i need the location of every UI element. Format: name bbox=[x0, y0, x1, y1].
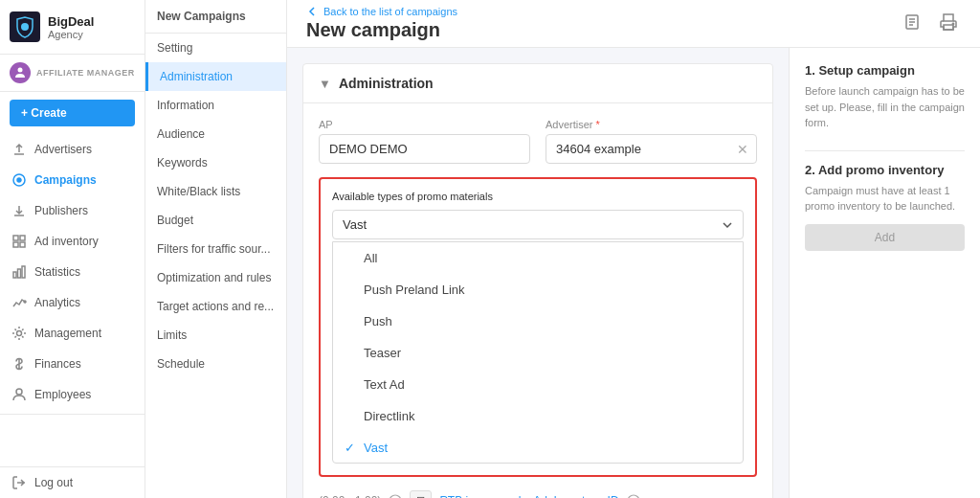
svg-rect-16 bbox=[944, 14, 953, 21]
upload-icon bbox=[11, 142, 27, 157]
document-icon-button[interactable] bbox=[900, 10, 924, 37]
sidebar-item-statistics[interactable]: Statistics bbox=[0, 257, 145, 287]
svg-point-2 bbox=[18, 68, 23, 73]
sidebar-item-ad-inventory[interactable]: Ad inventory bbox=[0, 226, 145, 257]
logout-button[interactable]: Log out bbox=[0, 466, 145, 498]
rtb-link[interactable]: RTB insurance by Ad_Inventory_ID bbox=[439, 494, 618, 499]
step1-block: 1. Setup campaign Before launch campaign… bbox=[805, 63, 965, 131]
svg-rect-8 bbox=[20, 242, 25, 247]
svg-point-13 bbox=[17, 331, 22, 336]
ap-group: AP bbox=[319, 119, 530, 164]
print-icon bbox=[940, 13, 957, 31]
advertiser-input[interactable] bbox=[546, 135, 729, 163]
card-body: AP Advertiser * ✕ Available types bbox=[303, 103, 772, 498]
sub-nav-limits[interactable]: Limits bbox=[145, 321, 286, 350]
dropdown-option-all[interactable]: All bbox=[333, 242, 743, 274]
main-content: Back to the list of campaigns New campai… bbox=[287, 0, 980, 498]
main-header: Back to the list of campaigns New campai… bbox=[287, 0, 980, 48]
sidebar-label-finances: Finances bbox=[34, 357, 81, 371]
page-title: New campaign bbox=[306, 19, 457, 41]
logout-icon bbox=[11, 475, 27, 490]
bar-chart-icon bbox=[11, 264, 27, 280]
logo-icon bbox=[10, 11, 40, 42]
dropdown-option-directlink[interactable]: Directlink bbox=[333, 400, 743, 432]
card-header[interactable]: ▼ Administration bbox=[303, 64, 772, 103]
step2-title: 2. Add promo inventory bbox=[805, 163, 965, 177]
add-promo-button[interactable]: Add bbox=[805, 224, 965, 251]
campaigns-icon bbox=[11, 172, 27, 188]
download-icon bbox=[11, 203, 27, 218]
sidebar-label-analytics: Analytics bbox=[34, 296, 80, 309]
dropdown-option-teaser[interactable]: Teaser bbox=[333, 337, 743, 369]
create-button[interactable]: + Create bbox=[10, 100, 135, 126]
ap-input[interactable] bbox=[319, 134, 530, 164]
step-divider bbox=[805, 150, 965, 151]
sidebar-item-analytics[interactable]: Analytics bbox=[0, 287, 145, 318]
affiliate-badge: AFFILIATE MANAGER bbox=[0, 55, 145, 92]
svg-point-1 bbox=[21, 23, 29, 31]
breadcrumb-back-link[interactable]: Back to the list of campaigns bbox=[323, 6, 457, 17]
info-icon: i bbox=[389, 494, 402, 499]
sub-nav-budget[interactable]: Budget bbox=[145, 206, 286, 235]
sub-nav-audience[interactable]: Audience bbox=[145, 120, 286, 148]
sidebar-divider bbox=[0, 414, 145, 415]
sidebar-item-advertisers[interactable]: Advertisers bbox=[0, 134, 145, 165]
sidebar-item-management[interactable]: Management bbox=[0, 318, 145, 349]
dropdown-option-text-ad[interactable]: Text Ad bbox=[333, 369, 743, 400]
sidebar: BigDeal Agency AFFILIATE MANAGER + Creat… bbox=[0, 0, 145, 498]
sidebar-label-employees: Employees bbox=[34, 388, 91, 401]
ap-advertiser-row: AP Advertiser * ✕ bbox=[319, 119, 757, 164]
sub-nav-schedule[interactable]: Schedule bbox=[145, 350, 286, 378]
promo-materials-section: Available types of promo materials Vast … bbox=[319, 177, 757, 477]
rtb-info-icon: i bbox=[627, 494, 640, 499]
sidebar-item-finances[interactable]: Finances bbox=[0, 349, 145, 379]
chevron-down-icon bbox=[722, 219, 733, 231]
sidebar-item-campaigns[interactable]: Campaigns bbox=[0, 165, 145, 195]
document-icon bbox=[903, 13, 921, 31]
sidebar-item-employees[interactable]: Employees bbox=[0, 379, 145, 410]
svg-rect-5 bbox=[13, 236, 18, 240]
sidebar-label-campaigns: Campaigns bbox=[34, 173, 97, 187]
svg-rect-17 bbox=[944, 25, 953, 30]
settings-icon bbox=[11, 326, 27, 341]
svg-rect-6 bbox=[20, 236, 25, 240]
svg-point-12 bbox=[24, 301, 26, 303]
dropdown-option-push[interactable]: Push bbox=[333, 306, 743, 337]
dropdown-list: All Push Preland Link Push Teaser Text A… bbox=[332, 241, 744, 464]
administration-card: ▼ Administration AP Advertiser * bbox=[302, 63, 773, 498]
sub-nav-whiteblacklists[interactable]: White/Black lists bbox=[145, 177, 286, 206]
dropdown-selected-value: Vast bbox=[343, 217, 367, 232]
sub-nav-administration[interactable]: Administration bbox=[145, 62, 286, 91]
sub-nav-keywords[interactable]: Keywords bbox=[145, 148, 286, 177]
step1-desc: Before launch campaign has to be set up.… bbox=[805, 83, 965, 131]
card-title: Administration bbox=[339, 76, 434, 91]
sub-nav-setting[interactable]: Setting bbox=[145, 34, 286, 62]
step2-desc: Campaign must have at least 1 promo inve… bbox=[805, 183, 965, 215]
person-icon bbox=[11, 387, 27, 402]
sub-navigation: New Campaigns Setting Administration Inf… bbox=[145, 0, 287, 498]
sub-nav-optimization[interactable]: Optimization and rules bbox=[145, 263, 286, 292]
dropdown-section-label: Available types of promo materials bbox=[332, 191, 744, 202]
breadcrumb: Back to the list of campaigns bbox=[306, 6, 457, 17]
sub-nav-information[interactable]: Information bbox=[145, 91, 286, 120]
brand-text: BigDeal Agency bbox=[48, 14, 94, 40]
header-actions bbox=[900, 10, 961, 37]
rtb-toggle-button[interactable]: ⊞ bbox=[410, 490, 432, 498]
step2-block: 2. Add promo inventory Campaign must hav… bbox=[805, 163, 965, 251]
svg-point-14 bbox=[16, 389, 22, 395]
nav-items: Advertisers Campaigns Publishers Ad inve… bbox=[0, 134, 145, 410]
dropdown-option-vast[interactable]: Vast bbox=[333, 432, 743, 463]
dollar-icon bbox=[11, 356, 27, 372]
dropdown-option-push-preland-link[interactable]: Push Preland Link bbox=[333, 274, 743, 306]
svg-rect-10 bbox=[18, 269, 21, 278]
sidebar-item-publishers[interactable]: Publishers bbox=[0, 195, 145, 226]
sidebar-label-management: Management bbox=[34, 327, 101, 340]
grid-icon bbox=[11, 234, 27, 249]
advertiser-clear-button[interactable]: ✕ bbox=[729, 138, 756, 161]
sub-nav-targetactions[interactable]: Target actions and re... bbox=[145, 292, 286, 321]
main-body: ▼ Administration AP Advertiser * bbox=[287, 48, 980, 498]
dropdown-trigger[interactable]: Vast bbox=[332, 210, 744, 239]
sub-nav-filters[interactable]: Filters for traffic sour... bbox=[145, 235, 286, 263]
advertiser-group: Advertiser * ✕ bbox=[546, 119, 757, 164]
print-icon-button[interactable] bbox=[936, 10, 961, 37]
